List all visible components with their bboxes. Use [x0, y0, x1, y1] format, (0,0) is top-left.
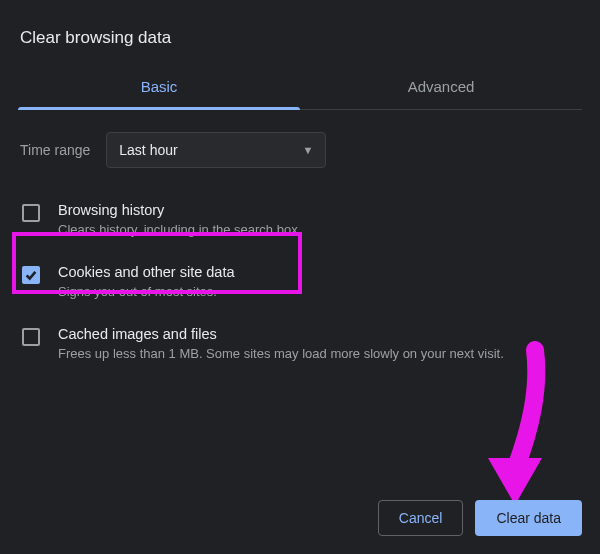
checkbox-cookies[interactable]	[22, 266, 40, 284]
clear-data-button[interactable]: Clear data	[475, 500, 582, 536]
button-label: Cancel	[399, 510, 443, 526]
time-range-select[interactable]: Last hour ▼	[106, 132, 326, 168]
time-range-value: Last hour	[119, 142, 177, 158]
option-cache: Cached images and files Frees up less th…	[18, 314, 582, 376]
dialog-title: Clear browsing data	[18, 20, 582, 66]
chevron-down-icon: ▼	[302, 144, 313, 156]
dialog-actions: Cancel Clear data	[378, 500, 582, 536]
check-icon	[24, 268, 38, 282]
tab-label: Basic	[141, 78, 178, 95]
svg-marker-1	[488, 458, 542, 505]
tab-bar: Basic Advanced	[18, 66, 582, 110]
tab-basic[interactable]: Basic	[18, 66, 300, 109]
time-range-label: Time range	[20, 142, 90, 158]
option-desc: Clears history, including in the search …	[58, 221, 578, 240]
option-desc: Frees up less than 1 MB. Some sites may …	[58, 345, 578, 364]
option-title: Browsing history	[58, 202, 578, 218]
tab-label: Advanced	[408, 78, 475, 95]
clear-browsing-data-dialog: Clear browsing data Basic Advanced Time …	[0, 0, 600, 376]
options-list: Browsing history Clears history, includi…	[18, 186, 582, 376]
time-range-row: Time range Last hour ▼	[18, 110, 582, 186]
option-title: Cookies and other site data	[58, 264, 578, 280]
cancel-button[interactable]: Cancel	[378, 500, 464, 536]
checkbox-cache[interactable]	[22, 328, 40, 346]
button-label: Clear data	[496, 510, 561, 526]
tab-advanced[interactable]: Advanced	[300, 66, 582, 109]
option-browsing-history: Browsing history Clears history, includi…	[18, 190, 582, 252]
checkbox-browsing-history[interactable]	[22, 204, 40, 222]
option-title: Cached images and files	[58, 326, 578, 342]
option-desc: Signs you out of most sites.	[58, 283, 578, 302]
option-cookies: Cookies and other site data Signs you ou…	[18, 252, 582, 314]
